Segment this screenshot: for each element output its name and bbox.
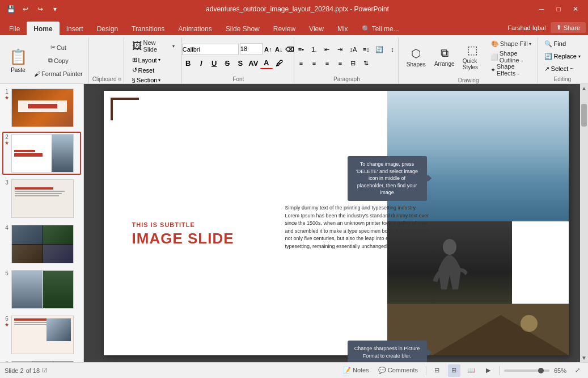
copy-button[interactable]: ⧉ Copy: [32, 54, 85, 67]
layout-button[interactable]: ⊞ Layout ▾: [129, 55, 164, 65]
char-spacing-btn[interactable]: AV: [247, 57, 260, 69]
replace-button[interactable]: 🔄 Replace ▾: [541, 51, 584, 62]
font-size-decrease-btn[interactable]: A↓: [274, 43, 284, 56]
shapes-button[interactable]: ⬡ Shapes: [403, 40, 429, 73]
share-button[interactable]: ⬆ Share: [551, 22, 586, 33]
format-painter-button[interactable]: 🖌 Format Painter: [32, 68, 85, 80]
bullets-btn[interactable]: ≡•: [295, 43, 307, 56]
new-slide-dropdown[interactable]: ▾: [172, 44, 175, 49]
normal-view-btn[interactable]: ⊟: [431, 364, 443, 377]
new-slide-button[interactable]: 🖼 New Slide ▾: [129, 37, 178, 54]
columns-btn[interactable]: ⊟: [347, 57, 359, 69]
scroll-down-btn[interactable]: ▼: [580, 354, 588, 362]
highlight-btn[interactable]: 🖊: [273, 57, 286, 69]
clipboard-expander[interactable]: ⧉: [118, 77, 121, 82]
arrange-button[interactable]: ⧉ Arrange: [432, 40, 458, 73]
customize-quick-btn[interactable]: ▾: [49, 3, 61, 15]
layout-dropdown[interactable]: ▾: [158, 57, 160, 62]
restore-btn[interactable]: □: [551, 1, 566, 17]
line-spacing-btn[interactable]: ↕: [386, 43, 399, 56]
select-button[interactable]: ↗ Select ~: [541, 63, 584, 74]
align-text-btn[interactable]: ≡↕: [360, 43, 373, 56]
undo-quick-btn[interactable]: ↩: [19, 3, 32, 15]
tab-animations[interactable]: Animations: [171, 22, 218, 35]
tab-tellme[interactable]: 🔍 Tell me...: [355, 22, 406, 35]
notes-btn[interactable]: 📝 Notes: [340, 366, 373, 375]
slide-thumb-7[interactable]: 7 ★: [2, 359, 81, 362]
reset-button[interactable]: ↺ Reset: [129, 65, 158, 75]
tab-transitions[interactable]: Transitions: [125, 22, 171, 35]
tab-design[interactable]: Design: [90, 22, 125, 35]
comments-btn[interactable]: 💬 Comments: [375, 366, 421, 375]
justify-btn[interactable]: ≡: [334, 57, 346, 69]
convert-smartart-btn[interactable]: 🔄: [373, 43, 386, 56]
select-icon: ↗: [544, 65, 549, 73]
shape-fill-btn[interactable]: 🎨 Shape Fill ▾: [488, 37, 534, 50]
fit-slide-btn[interactable]: ⤢: [571, 364, 583, 377]
slide-sorter-btn[interactable]: ⊞: [448, 364, 460, 377]
save-quick-btn[interactable]: 💾: [5, 3, 17, 15]
scroll-thumb[interactable]: [581, 104, 587, 127]
slide-thumb-2[interactable]: 2 ★: [2, 132, 81, 175]
tab-mix[interactable]: Mix: [331, 22, 355, 35]
zoom-slider[interactable]: [504, 369, 549, 372]
zoom-thumb[interactable]: [538, 368, 544, 373]
shape-outline-btn[interactable]: ⬜ Shape Outline -: [488, 51, 534, 63]
tab-file[interactable]: File: [2, 22, 27, 35]
editing-group: 🔍 Find 🔄 Replace ▾ ↗ Select ~ Editing: [539, 37, 586, 83]
slide-thumb-1[interactable]: 1 ★: [2, 86, 81, 129]
strikethrough-button[interactable]: S: [221, 57, 234, 69]
scroll-up-btn[interactable]: ▲: [580, 84, 588, 93]
redo-quick-btn[interactable]: ↪: [34, 3, 46, 15]
underline-button[interactable]: U: [208, 57, 221, 69]
slide-thumb-6[interactable]: 6 ★: [2, 313, 81, 356]
section-button[interactable]: § Section ▾: [129, 75, 164, 85]
accessibility-icon[interactable]: ☑: [42, 367, 48, 374]
tab-slideshow[interactable]: Slide Show: [219, 22, 266, 35]
find-button[interactable]: 🔍 Find: [541, 38, 584, 49]
shape-effects-btn[interactable]: ✦ Shape Effects -: [488, 64, 534, 76]
clipboard-buttons: 📋 Paste ✂ Cut ⧉ Copy 🖌 Format Painter: [6, 41, 85, 80]
para-spacing-btn[interactable]: ⇅: [360, 57, 373, 69]
indent-inc-btn[interactable]: ⇥: [334, 43, 346, 56]
font-size-row: A↑ A↓ ⌫: [240, 43, 295, 56]
slide-show-btn[interactable]: ▶: [482, 364, 494, 377]
slides-group: 🖼 New Slide ▾ ⊞ Layout ▾ ↺ Reset § Secti…: [125, 37, 182, 83]
close-btn[interactable]: ✕: [568, 1, 583, 17]
editing-group-label: Editing: [554, 75, 572, 83]
minimize-btn[interactable]: ─: [534, 1, 549, 17]
bold-button[interactable]: B: [182, 57, 194, 69]
slide-canvas[interactable]: THIS IS SUBTITLE IMAGE SLIDE Simply dumm…: [104, 91, 569, 355]
shape-fill-dropdown[interactable]: ▾: [529, 41, 531, 47]
replace-dropdown[interactable]: ▾: [578, 54, 581, 59]
align-right-btn[interactable]: ≡: [321, 57, 333, 69]
text-dir-btn[interactable]: ↕A: [347, 43, 359, 56]
font-size-input[interactable]: [240, 43, 263, 54]
slide-thumb-3[interactable]: 3 ★: [2, 177, 81, 220]
cut-button[interactable]: ✂ Cut: [32, 41, 85, 54]
align-center-btn[interactable]: ≡: [308, 57, 320, 69]
clear-formatting-btn[interactable]: ⌫: [285, 43, 295, 56]
section-dropdown[interactable]: ▾: [158, 78, 160, 83]
slide-star-4: ★: [5, 231, 9, 237]
tooltip-2-text: Change sharpness in Picture Format to cr…: [354, 346, 420, 359]
font-color-btn[interactable]: A: [260, 57, 273, 69]
font-name-input[interactable]: [182, 44, 239, 55]
slide-thumb-4[interactable]: 4 ★: [2, 222, 81, 266]
font-size-increase-btn[interactable]: A↑: [263, 43, 273, 56]
align-left-btn[interactable]: ≡: [295, 57, 307, 69]
drawing-controls: ⬡ Shapes ⧉ Arrange ⬚ Quick Styles 🎨: [403, 37, 534, 76]
tab-home[interactable]: Home: [27, 22, 59, 35]
tab-insert[interactable]: Insert: [60, 22, 90, 35]
drawing-group-label: Drawing: [458, 76, 479, 85]
slide-thumb-5[interactable]: 5 ★: [2, 268, 81, 311]
tab-review[interactable]: Review: [266, 22, 302, 35]
italic-button[interactable]: I: [195, 57, 208, 69]
numbering-btn[interactable]: 1.: [308, 43, 320, 56]
quick-styles-button[interactable]: ⬚ Quick Styles: [460, 40, 486, 73]
shadow-button[interactable]: S: [234, 57, 247, 69]
tab-view[interactable]: View: [302, 22, 331, 35]
paste-button[interactable]: 📋 Paste: [6, 44, 31, 77]
indent-dec-btn[interactable]: ⇤: [321, 43, 333, 56]
reading-view-btn[interactable]: 📖: [465, 364, 477, 377]
